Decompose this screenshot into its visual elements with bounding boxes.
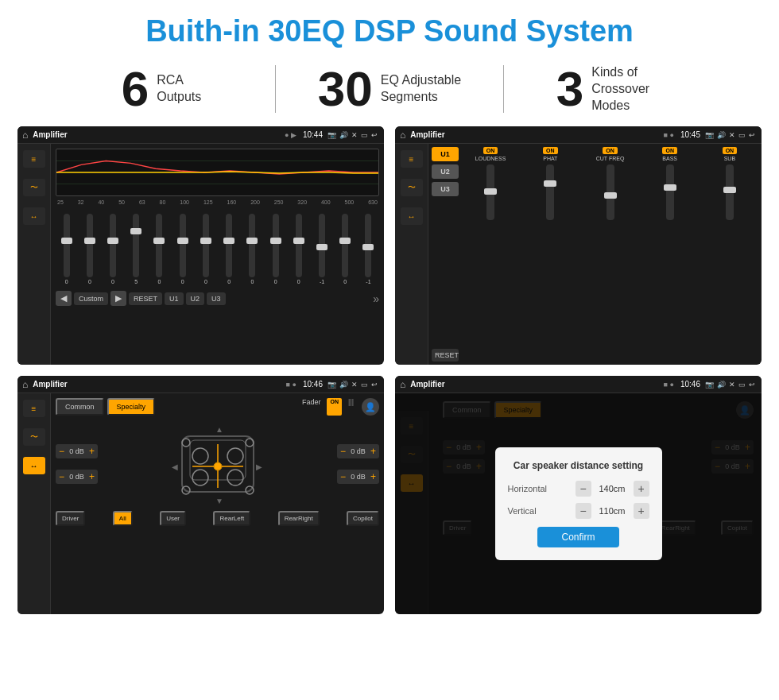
dialog-title: Car speaker distance setting xyxy=(508,460,649,471)
loudness-label: LOUDNESS xyxy=(475,156,506,161)
vertical-value: 110cm xyxy=(595,506,630,516)
confirm-button[interactable]: Confirm xyxy=(537,527,618,547)
bass-slider[interactable] xyxy=(666,164,674,220)
all-btn[interactable]: All xyxy=(113,511,133,526)
fader-sliders-icon: ||| xyxy=(348,398,354,416)
db-plus-tr[interactable]: + xyxy=(370,446,376,457)
screen1-window-icon[interactable]: ▭ xyxy=(361,131,368,139)
loudness-slider[interactable] xyxy=(486,164,494,220)
eq-reset-btn[interactable]: RESET xyxy=(129,292,162,305)
screen3-home-icon[interactable]: ⌂ xyxy=(22,379,28,390)
db-plus-br[interactable]: + xyxy=(370,471,376,482)
eq-u3-btn[interactable]: U3 xyxy=(207,292,226,305)
cutfreq-label: CUT FREQ xyxy=(596,156,625,161)
sidebar-wave-icon[interactable]: 〜 xyxy=(23,179,45,196)
avatar-icon[interactable]: 👤 xyxy=(362,398,379,416)
reset-btn[interactable]: RESET xyxy=(432,349,459,362)
copilot-btn[interactable]: Copilot xyxy=(347,511,379,526)
screen4-close-icon[interactable]: ✕ xyxy=(729,381,735,389)
eq-prev-btn[interactable]: ◀ xyxy=(56,291,72,306)
eq-u2-btn[interactable]: U2 xyxy=(186,292,205,305)
screen3-back-icon[interactable]: ↩ xyxy=(371,381,378,389)
screen2-back-icon[interactable]: ↩ xyxy=(749,131,755,139)
screen4-window-icon[interactable]: ▭ xyxy=(738,381,746,389)
specialty-tab[interactable]: Specialty xyxy=(107,398,156,416)
horizontal-plus[interactable]: + xyxy=(634,481,649,497)
svg-point-5 xyxy=(192,448,208,464)
screen2-close-icon[interactable]: ✕ xyxy=(729,131,735,139)
db-minus-bl[interactable]: − xyxy=(59,471,64,482)
screen4-back-icon[interactable]: ↩ xyxy=(749,381,755,389)
eq-custom-btn[interactable]: Custom xyxy=(74,292,108,305)
eq-main: 2532405063 80100125160200 25032040050063… xyxy=(51,144,384,365)
db-ctrl-tr: − 0 dB + xyxy=(337,444,379,458)
screen1-home-icon[interactable]: ⌂ xyxy=(22,130,28,141)
phat-on-badge: ON xyxy=(543,147,558,154)
cutfreq-slider[interactable] xyxy=(607,164,614,220)
db-ctrl-br: − 0 dB + xyxy=(337,470,379,484)
db-row-tr: − 0 dB + xyxy=(337,444,379,458)
u1-btn[interactable]: U1 xyxy=(432,147,459,161)
vertical-plus[interactable]: + xyxy=(634,503,649,519)
fader-on-badge: ON xyxy=(327,398,342,416)
sidebar-arrows-icon[interactable]: ↔ xyxy=(23,207,45,225)
eq-next-btn[interactable]: ▶ xyxy=(110,291,126,306)
stat-crossover-number: 3 xyxy=(556,64,583,114)
screen3-arrows-icon[interactable]: ↔ xyxy=(23,457,45,474)
screen2-time: 10:45 xyxy=(680,130,700,139)
eq-slider-3: 5 xyxy=(126,214,147,284)
screen2-home-icon[interactable]: ⌂ xyxy=(400,130,405,141)
common-tab[interactable]: Common xyxy=(56,398,104,416)
eq-slider-6: 0 xyxy=(195,214,216,284)
screen3-eq-icon[interactable]: ≡ xyxy=(23,400,45,417)
svg-point-15 xyxy=(246,439,254,447)
stat-crossover-label: Kinds ofCrossover Modes xyxy=(591,64,679,114)
rearleft-btn[interactable]: RearLeft xyxy=(213,511,250,526)
db-minus-tl[interactable]: − xyxy=(59,446,64,457)
sub-slider[interactable] xyxy=(726,164,734,220)
screen3-statusbar: ⌂ Amplifier ■ ● 10:46 📷 🔊 ✕ ▭ ↩ xyxy=(17,376,384,393)
screen4-time: 10:46 xyxy=(680,380,700,389)
screen2-arrows-icon[interactable]: ↔ xyxy=(401,207,423,225)
screen2-eq-icon[interactable]: ≡ xyxy=(401,150,423,168)
screen1-back-icon[interactable]: ↩ xyxy=(371,131,378,139)
vertical-minus[interactable]: − xyxy=(576,503,591,519)
screen4-body: ≡ 〜 ↔ Common Specialty 👤 −0 dB+ −0 dB+ xyxy=(395,393,762,614)
screen2-sidebar: ≡ 〜 ↔ xyxy=(395,144,428,365)
screen3-close-icon[interactable]: ✕ xyxy=(351,381,358,389)
tab-row: Common Specialty Fader ON ||| 👤 xyxy=(56,398,379,416)
db-minus-br[interactable]: − xyxy=(340,471,346,482)
db-plus-bl[interactable]: + xyxy=(89,471,95,482)
screen2-main: U1 U2 U3 RESET ON LOUDNESS xyxy=(428,144,762,365)
horizontal-minus[interactable]: − xyxy=(576,481,591,497)
user-btn[interactable]: User xyxy=(160,511,186,526)
screen3-wave-icon[interactable]: 〜 xyxy=(23,428,45,446)
db-ctrl-tl: − 0 dB + xyxy=(56,444,98,458)
phat-slider[interactable] xyxy=(546,164,554,220)
db-row-tl: − 0 dB + xyxy=(56,444,98,458)
rearright-btn[interactable]: RearRight xyxy=(278,511,320,526)
db-minus-tr[interactable]: − xyxy=(340,446,346,457)
vertical-stepper[interactable]: − 110cm + xyxy=(576,503,649,519)
sidebar-eq-icon[interactable]: ≡ xyxy=(23,150,45,168)
u2-btn[interactable]: U2 xyxy=(432,164,459,179)
u3-btn[interactable]: U3 xyxy=(432,182,459,196)
screen2-window-icon[interactable]: ▭ xyxy=(738,131,746,139)
eq-u1-btn[interactable]: U1 xyxy=(165,292,184,305)
screen4-home-icon[interactable]: ⌂ xyxy=(400,379,405,390)
horizontal-value: 140cm xyxy=(595,484,630,493)
db-plus-tl[interactable]: + xyxy=(89,446,95,457)
eq-more-icon[interactable]: » xyxy=(373,292,379,305)
bass-label: BASS xyxy=(662,156,677,161)
controls-area: ON LOUDNESS ON PHAT xyxy=(462,147,758,362)
stat-eq-label: EQ AdjustableSegments xyxy=(381,72,461,106)
driver-btn[interactable]: Driver xyxy=(56,511,85,526)
screen2-wave-icon[interactable]: 〜 xyxy=(401,179,423,196)
screen1-close-icon[interactable]: ✕ xyxy=(351,131,358,139)
eq-freq-labels: 2532405063 80100125160200 25032040050063… xyxy=(56,199,379,205)
sub-label: SUB xyxy=(724,156,735,161)
horizontal-stepper[interactable]: − 140cm + xyxy=(576,481,649,497)
horizontal-row: Horizontal − 140cm + xyxy=(508,481,649,497)
screen3-window-icon[interactable]: ▭ xyxy=(361,381,368,389)
ctrl-bass: ON BASS xyxy=(641,147,699,362)
